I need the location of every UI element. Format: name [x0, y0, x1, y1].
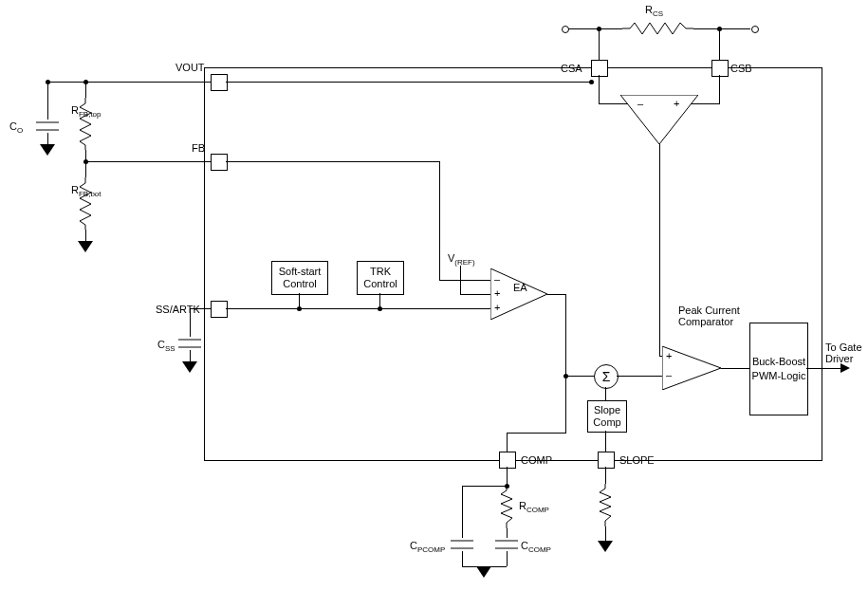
cs-amp: [620, 95, 698, 146]
slope-comp-block: Slope Comp: [587, 400, 627, 433]
node: [717, 27, 722, 31]
pin-ssartk-label: SS/ARTK: [156, 304, 200, 315]
wire: [439, 161, 440, 280]
pin-fb-label: FB: [192, 142, 205, 154]
rfbtop-label: RFB,top: [71, 104, 102, 119]
pin-csa: [591, 60, 608, 77]
ea-label: EA: [513, 282, 527, 293]
wire: [507, 528, 508, 538]
pin-slope-label: SLOPE: [619, 454, 655, 466]
trk-block: TRK Control: [357, 261, 404, 295]
cpcomp-label: CPCOMP: [410, 540, 445, 554]
pin-csa-label: CSA: [561, 63, 582, 74]
pin-ssartk: [211, 301, 228, 318]
wire: [721, 368, 749, 369]
svg-marker-0: [620, 95, 698, 144]
gnd-icon: [598, 541, 613, 552]
wire: [47, 133, 48, 144]
rcs-label: RCS: [645, 4, 663, 18]
wire: [47, 82, 48, 120]
wire: [693, 28, 750, 29]
gate-driver-label: To Gate Driver: [825, 341, 868, 364]
wire: [190, 350, 191, 361]
wire: [226, 161, 439, 162]
wire: [565, 376, 566, 433]
wire: [460, 266, 461, 294]
wire: [190, 308, 191, 337]
wire: [659, 144, 660, 356]
wire: [460, 294, 490, 295]
pin-comp: [499, 452, 516, 469]
cs-amp-plus: +: [674, 98, 679, 109]
wire: [605, 526, 606, 541]
wire: [85, 161, 86, 177]
peak-label: Peak Current Comparator: [678, 304, 754, 327]
gnd-icon: [40, 144, 55, 156]
pin-vout: [211, 74, 228, 91]
gnd-icon: [476, 566, 491, 578]
wire: [462, 551, 463, 566]
pin-comp-label: COMP: [521, 454, 552, 466]
wire: [85, 161, 211, 162]
gnd-icon: [182, 361, 197, 373]
rfbbot-label: RFB,bot: [71, 184, 102, 198]
wire: [226, 82, 591, 83]
wire: [565, 294, 566, 376]
wire: [605, 467, 606, 484]
wire: [659, 356, 662, 357]
ea-plus2: +: [494, 302, 500, 313]
pin-slope: [598, 452, 615, 469]
wire: [568, 28, 622, 29]
wire: [719, 75, 720, 103]
gnd-icon: [78, 241, 93, 252]
peak-plus: +: [666, 350, 672, 361]
wire: [507, 467, 508, 486]
vref-label: V(REF): [448, 252, 475, 267]
rcs-resistor: [622, 21, 693, 38]
rcomp-res: [499, 486, 514, 530]
ea-minus: –: [494, 273, 500, 285]
wire: [85, 230, 86, 241]
wire: [605, 387, 606, 400]
wire: [605, 431, 606, 452]
rcs-term-right: [751, 26, 759, 33]
wire: [547, 294, 566, 295]
css-label: CSS: [157, 339, 175, 353]
wire: [599, 75, 600, 103]
wire: [85, 82, 86, 98]
wire: [617, 376, 662, 377]
wire: [462, 486, 463, 538]
rslope-res: [598, 484, 613, 528]
ea-plus1: +: [494, 287, 500, 299]
peak-minus: –: [666, 369, 672, 380]
wire: [47, 82, 211, 83]
wire: [379, 293, 380, 308]
pin-vout-label: VOUT: [175, 62, 205, 73]
wire: [439, 280, 490, 281]
wire: [507, 551, 508, 566]
wire: [190, 308, 211, 309]
pin-fb: [211, 154, 228, 171]
pin-csb-label: CSB: [730, 63, 752, 74]
wire: [806, 368, 841, 369]
cs-amp-minus: –: [637, 98, 643, 109]
wire: [507, 433, 508, 452]
co-label: CO: [9, 120, 23, 135]
softstart-block: Soft-start Control: [271, 261, 328, 295]
ccomp-label: CCOMP: [521, 540, 551, 554]
sum-node: Σ: [594, 364, 619, 389]
wire: [226, 308, 490, 309]
pin-csb: [711, 60, 729, 77]
rcs-term-left: [562, 26, 569, 33]
node: [597, 27, 601, 31]
rcomp-label: RCOMP: [519, 500, 549, 514]
wire: [565, 376, 594, 377]
pwm-logic-block: Buck-Boost PWM-Logic: [749, 323, 808, 415]
node: [589, 80, 594, 84]
wire: [507, 433, 566, 434]
arrow-icon: [840, 363, 850, 373]
wire: [299, 293, 300, 308]
